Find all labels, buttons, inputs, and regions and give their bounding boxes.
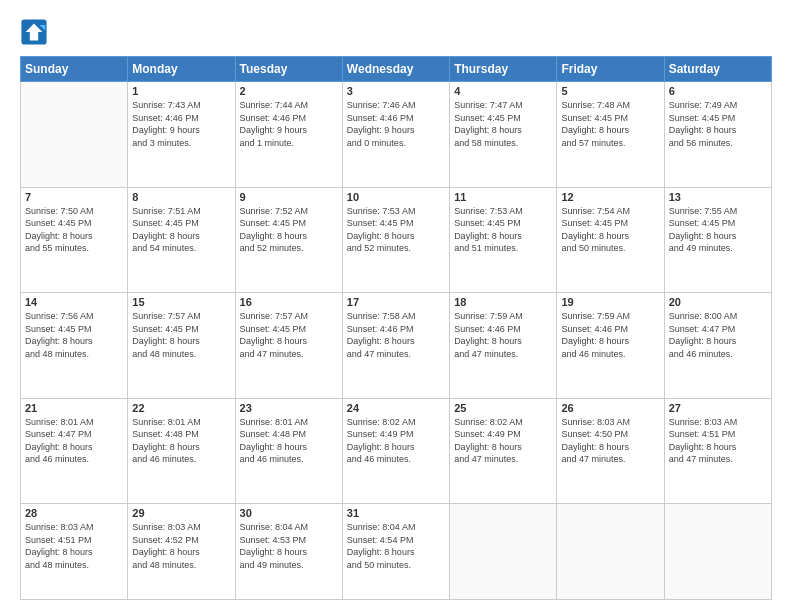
calendar-cell: 25Sunrise: 8:02 AM Sunset: 4:49 PM Dayli… <box>450 398 557 504</box>
day-number: 26 <box>561 402 659 414</box>
day-info: Sunrise: 8:01 AM Sunset: 4:48 PM Dayligh… <box>132 416 230 466</box>
calendar-cell <box>557 504 664 600</box>
day-info: Sunrise: 7:51 AM Sunset: 4:45 PM Dayligh… <box>132 205 230 255</box>
day-info: Sunrise: 7:46 AM Sunset: 4:46 PM Dayligh… <box>347 99 445 149</box>
calendar-cell: 9Sunrise: 7:52 AM Sunset: 4:45 PM Daylig… <box>235 187 342 293</box>
day-number: 18 <box>454 296 552 308</box>
day-info: Sunrise: 8:04 AM Sunset: 4:53 PM Dayligh… <box>240 521 338 571</box>
calendar-cell: 23Sunrise: 8:01 AM Sunset: 4:48 PM Dayli… <box>235 398 342 504</box>
day-info: Sunrise: 7:58 AM Sunset: 4:46 PM Dayligh… <box>347 310 445 360</box>
calendar-cell: 6Sunrise: 7:49 AM Sunset: 4:45 PM Daylig… <box>664 82 771 188</box>
day-info: Sunrise: 8:01 AM Sunset: 4:48 PM Dayligh… <box>240 416 338 466</box>
day-info: Sunrise: 7:55 AM Sunset: 4:45 PM Dayligh… <box>669 205 767 255</box>
day-info: Sunrise: 8:02 AM Sunset: 4:49 PM Dayligh… <box>454 416 552 466</box>
day-number: 6 <box>669 85 767 97</box>
calendar-cell <box>664 504 771 600</box>
calendar-cell: 8Sunrise: 7:51 AM Sunset: 4:45 PM Daylig… <box>128 187 235 293</box>
day-number: 5 <box>561 85 659 97</box>
calendar-cell: 28Sunrise: 8:03 AM Sunset: 4:51 PM Dayli… <box>21 504 128 600</box>
logo <box>20 18 52 46</box>
calendar-week-row: 14Sunrise: 7:56 AM Sunset: 4:45 PM Dayli… <box>21 293 772 399</box>
day-number: 17 <box>347 296 445 308</box>
calendar-cell: 10Sunrise: 7:53 AM Sunset: 4:45 PM Dayli… <box>342 187 449 293</box>
weekday-header: Wednesday <box>342 57 449 82</box>
day-info: Sunrise: 7:56 AM Sunset: 4:45 PM Dayligh… <box>25 310 123 360</box>
day-info: Sunrise: 7:53 AM Sunset: 4:45 PM Dayligh… <box>347 205 445 255</box>
day-number: 23 <box>240 402 338 414</box>
day-info: Sunrise: 7:47 AM Sunset: 4:45 PM Dayligh… <box>454 99 552 149</box>
day-number: 31 <box>347 507 445 519</box>
calendar-cell: 14Sunrise: 7:56 AM Sunset: 4:45 PM Dayli… <box>21 293 128 399</box>
day-number: 15 <box>132 296 230 308</box>
day-number: 12 <box>561 191 659 203</box>
day-number: 20 <box>669 296 767 308</box>
day-info: Sunrise: 7:50 AM Sunset: 4:45 PM Dayligh… <box>25 205 123 255</box>
day-info: Sunrise: 8:03 AM Sunset: 4:50 PM Dayligh… <box>561 416 659 466</box>
calendar-header-row: SundayMondayTuesdayWednesdayThursdayFrid… <box>21 57 772 82</box>
day-number: 29 <box>132 507 230 519</box>
day-number: 25 <box>454 402 552 414</box>
day-info: Sunrise: 7:54 AM Sunset: 4:45 PM Dayligh… <box>561 205 659 255</box>
calendar-cell: 29Sunrise: 8:03 AM Sunset: 4:52 PM Dayli… <box>128 504 235 600</box>
day-number: 11 <box>454 191 552 203</box>
day-info: Sunrise: 8:00 AM Sunset: 4:47 PM Dayligh… <box>669 310 767 360</box>
day-number: 19 <box>561 296 659 308</box>
day-number: 3 <box>347 85 445 97</box>
day-number: 14 <box>25 296 123 308</box>
day-info: Sunrise: 7:44 AM Sunset: 4:46 PM Dayligh… <box>240 99 338 149</box>
calendar-cell: 16Sunrise: 7:57 AM Sunset: 4:45 PM Dayli… <box>235 293 342 399</box>
calendar-cell: 5Sunrise: 7:48 AM Sunset: 4:45 PM Daylig… <box>557 82 664 188</box>
day-number: 9 <box>240 191 338 203</box>
calendar-cell: 30Sunrise: 8:04 AM Sunset: 4:53 PM Dayli… <box>235 504 342 600</box>
calendar-cell: 2Sunrise: 7:44 AM Sunset: 4:46 PM Daylig… <box>235 82 342 188</box>
day-number: 16 <box>240 296 338 308</box>
weekday-header: Saturday <box>664 57 771 82</box>
calendar-cell: 7Sunrise: 7:50 AM Sunset: 4:45 PM Daylig… <box>21 187 128 293</box>
calendar-cell: 3Sunrise: 7:46 AM Sunset: 4:46 PM Daylig… <box>342 82 449 188</box>
calendar-cell: 22Sunrise: 8:01 AM Sunset: 4:48 PM Dayli… <box>128 398 235 504</box>
calendar-cell: 4Sunrise: 7:47 AM Sunset: 4:45 PM Daylig… <box>450 82 557 188</box>
calendar-week-row: 1Sunrise: 7:43 AM Sunset: 4:46 PM Daylig… <box>21 82 772 188</box>
day-number: 7 <box>25 191 123 203</box>
day-number: 13 <box>669 191 767 203</box>
calendar-cell <box>21 82 128 188</box>
day-number: 28 <box>25 507 123 519</box>
day-info: Sunrise: 8:01 AM Sunset: 4:47 PM Dayligh… <box>25 416 123 466</box>
day-number: 4 <box>454 85 552 97</box>
calendar-cell: 31Sunrise: 8:04 AM Sunset: 4:54 PM Dayli… <box>342 504 449 600</box>
header <box>20 18 772 46</box>
calendar-cell: 15Sunrise: 7:57 AM Sunset: 4:45 PM Dayli… <box>128 293 235 399</box>
day-info: Sunrise: 8:03 AM Sunset: 4:51 PM Dayligh… <box>669 416 767 466</box>
calendar-table: SundayMondayTuesdayWednesdayThursdayFrid… <box>20 56 772 600</box>
day-number: 24 <box>347 402 445 414</box>
calendar-cell: 20Sunrise: 8:00 AM Sunset: 4:47 PM Dayli… <box>664 293 771 399</box>
calendar-cell: 26Sunrise: 8:03 AM Sunset: 4:50 PM Dayli… <box>557 398 664 504</box>
day-info: Sunrise: 7:52 AM Sunset: 4:45 PM Dayligh… <box>240 205 338 255</box>
day-info: Sunrise: 7:59 AM Sunset: 4:46 PM Dayligh… <box>561 310 659 360</box>
weekday-header: Thursday <box>450 57 557 82</box>
day-info: Sunrise: 8:04 AM Sunset: 4:54 PM Dayligh… <box>347 521 445 571</box>
calendar-week-row: 28Sunrise: 8:03 AM Sunset: 4:51 PM Dayli… <box>21 504 772 600</box>
day-info: Sunrise: 7:53 AM Sunset: 4:45 PM Dayligh… <box>454 205 552 255</box>
logo-icon <box>20 18 48 46</box>
day-info: Sunrise: 7:57 AM Sunset: 4:45 PM Dayligh… <box>240 310 338 360</box>
day-info: Sunrise: 8:03 AM Sunset: 4:51 PM Dayligh… <box>25 521 123 571</box>
day-number: 30 <box>240 507 338 519</box>
calendar-cell: 12Sunrise: 7:54 AM Sunset: 4:45 PM Dayli… <box>557 187 664 293</box>
calendar-cell: 18Sunrise: 7:59 AM Sunset: 4:46 PM Dayli… <box>450 293 557 399</box>
calendar-cell: 27Sunrise: 8:03 AM Sunset: 4:51 PM Dayli… <box>664 398 771 504</box>
day-info: Sunrise: 7:43 AM Sunset: 4:46 PM Dayligh… <box>132 99 230 149</box>
day-number: 10 <box>347 191 445 203</box>
day-info: Sunrise: 7:59 AM Sunset: 4:46 PM Dayligh… <box>454 310 552 360</box>
day-info: Sunrise: 7:48 AM Sunset: 4:45 PM Dayligh… <box>561 99 659 149</box>
day-number: 1 <box>132 85 230 97</box>
day-info: Sunrise: 8:03 AM Sunset: 4:52 PM Dayligh… <box>132 521 230 571</box>
calendar-cell: 21Sunrise: 8:01 AM Sunset: 4:47 PM Dayli… <box>21 398 128 504</box>
calendar-cell: 17Sunrise: 7:58 AM Sunset: 4:46 PM Dayli… <box>342 293 449 399</box>
day-info: Sunrise: 7:49 AM Sunset: 4:45 PM Dayligh… <box>669 99 767 149</box>
day-number: 27 <box>669 402 767 414</box>
weekday-header: Sunday <box>21 57 128 82</box>
day-number: 22 <box>132 402 230 414</box>
calendar-cell: 13Sunrise: 7:55 AM Sunset: 4:45 PM Dayli… <box>664 187 771 293</box>
weekday-header: Tuesday <box>235 57 342 82</box>
